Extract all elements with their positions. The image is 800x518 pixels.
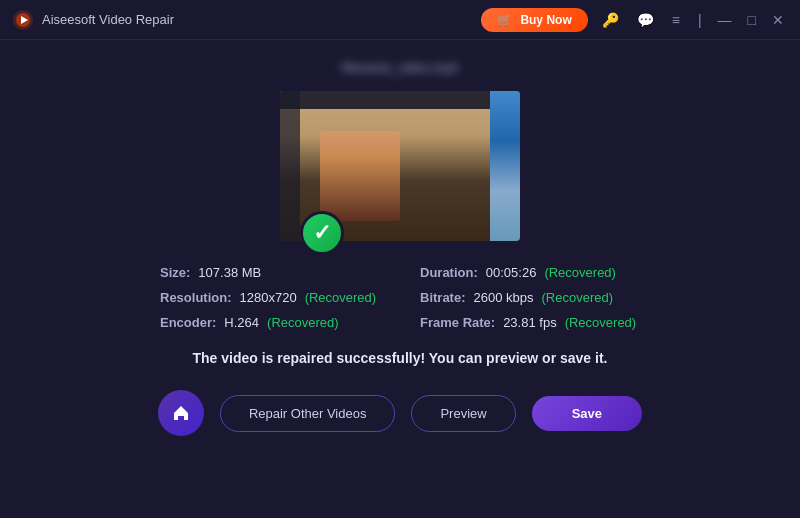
success-message: The video is repaired successfully! You … — [193, 350, 608, 366]
close-button[interactable]: ✕ — [768, 10, 788, 30]
main-content: filename_video.mp4 ✓ Size: 107.38 MB Dur… — [0, 40, 800, 518]
encoder-status: (Recovered) — [267, 315, 339, 330]
buy-label: Buy Now — [520, 13, 571, 27]
resolution-value: 1280x720 — [240, 290, 297, 305]
bitrate-row: Bitrate: 2600 kbps (Recovered) — [420, 290, 640, 305]
repair-other-button[interactable]: Repair Other Videos — [220, 395, 396, 432]
app-logo-icon — [12, 9, 34, 31]
app-title: Aiseesoft Video Repair — [42, 12, 174, 27]
duration-row: Duration: 00:05:26 (Recovered) — [420, 265, 640, 280]
separator: | — [694, 10, 706, 30]
framerate-value: 23.81 fps — [503, 315, 557, 330]
menu-icon[interactable]: ≡ — [668, 10, 684, 30]
video-overlay-strip — [490, 91, 520, 241]
key-icon[interactable]: 🔑 — [598, 10, 623, 30]
info-grid: Size: 107.38 MB Duration: 00:05:26 (Reco… — [160, 265, 640, 330]
video-figure — [320, 131, 400, 221]
title-left: Aiseesoft Video Repair — [12, 9, 174, 31]
framerate-label: Frame Rate: — [420, 315, 495, 330]
home-icon — [171, 403, 191, 423]
resolution-row: Resolution: 1280x720 (Recovered) — [160, 290, 380, 305]
encoder-label: Encoder: — [160, 315, 216, 330]
duration-value: 00:05:26 — [486, 265, 537, 280]
success-badge: ✓ — [300, 211, 344, 255]
resolution-status: (Recovered) — [305, 290, 377, 305]
chat-icon[interactable]: 💬 — [633, 10, 658, 30]
preview-button[interactable]: Preview — [411, 395, 515, 432]
encoder-value: H.264 — [224, 315, 259, 330]
resolution-label: Resolution: — [160, 290, 232, 305]
home-button[interactable] — [158, 390, 204, 436]
duration-label: Duration: — [420, 265, 478, 280]
encoder-row: Encoder: H.264 (Recovered) — [160, 315, 380, 330]
size-row: Size: 107.38 MB — [160, 265, 380, 280]
video-top-bar — [280, 91, 520, 109]
save-button[interactable]: Save — [532, 396, 642, 431]
cart-icon: 🛒 — [497, 13, 512, 27]
bitrate-value: 2600 kbps — [474, 290, 534, 305]
framerate-row: Frame Rate: 23.81 fps (Recovered) — [420, 315, 640, 330]
duration-status: (Recovered) — [544, 265, 616, 280]
title-right: 🛒 Buy Now 🔑 💬 ≡ | — □ ✕ — [481, 8, 788, 32]
bitrate-status: (Recovered) — [542, 290, 614, 305]
buy-now-button[interactable]: 🛒 Buy Now — [481, 8, 587, 32]
size-value: 107.38 MB — [198, 265, 261, 280]
checkmark-icon: ✓ — [313, 222, 331, 244]
bitrate-label: Bitrate: — [420, 290, 466, 305]
minimize-button[interactable]: — — [714, 10, 736, 30]
filename-display: filename_video.mp4 — [342, 60, 458, 75]
title-bar: Aiseesoft Video Repair 🛒 Buy Now 🔑 💬 ≡ |… — [0, 0, 800, 40]
video-preview-wrapper: ✓ — [280, 91, 520, 241]
action-buttons: Repair Other Videos Preview Save — [158, 390, 642, 436]
maximize-button[interactable]: □ — [744, 10, 760, 30]
window-controls: | — □ ✕ — [694, 10, 788, 30]
video-overlay-left — [280, 91, 300, 241]
framerate-status: (Recovered) — [565, 315, 637, 330]
size-label: Size: — [160, 265, 190, 280]
